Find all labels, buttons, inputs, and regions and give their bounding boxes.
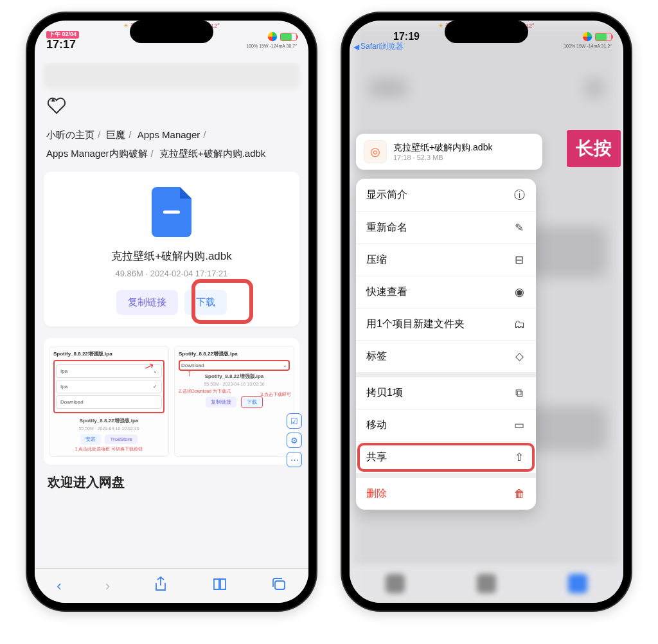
breadcrumb[interactable]: 小昕の主页/ 巨魔/ Apps Manager/ Apps Manager内购破…: [44, 126, 299, 172]
menu-delete[interactable]: 删除🗑: [356, 474, 536, 510]
share-icon: ⇧: [513, 451, 526, 464]
menu-share[interactable]: 共享⇧: [356, 442, 536, 474]
back-to-safari[interactable]: ◀ Safari浏览器: [353, 41, 404, 52]
eye-icon: ◉: [513, 285, 526, 299]
menu-copy[interactable]: 拷贝1项⧉: [356, 373, 536, 409]
archive-icon: ⊟: [513, 253, 526, 267]
menu-move[interactable]: 移动▭: [356, 409, 536, 442]
gear-icon[interactable]: ⚙: [287, 433, 302, 448]
file-name: 克拉壁纸+破解内购.adbk: [51, 249, 292, 264]
file-meta: 49.86M · 2024-02-04 17:17:21: [51, 269, 292, 278]
tutorial-card: Spotify_8.8.22增强版.ipa Ipa⌄ Ipa✓ Download…: [44, 338, 299, 465]
crumb-item[interactable]: 克拉壁纸+破解内购.adbk: [159, 148, 265, 159]
tag-icon: ◇: [513, 350, 526, 363]
file-chip[interactable]: ◎ 克拉壁纸+破解内购.adbk 17:18 · 52.3 MB: [356, 134, 542, 170]
screen-right: ☀ 秀屿区 阵雨15°最高温17最低温12° ◀ Safari浏览器 17:19…: [350, 21, 623, 603]
pencil-icon: ✎: [513, 221, 526, 235]
battery-icon: [595, 33, 612, 41]
clock: 17:19: [393, 31, 420, 42]
annotation-long-press: 长按: [567, 130, 621, 167]
file-icon: [152, 187, 191, 237]
info-icon: ⓘ: [513, 188, 526, 202]
tutorial-left: Spotify_8.8.22增强版.ipa Ipa⌄ Ipa✓ Download…: [49, 346, 169, 457]
folder-icon: ▭: [513, 418, 526, 432]
menu-rename[interactable]: 重新命名✎: [356, 212, 536, 244]
crumb-item[interactable]: Apps Manager内购破解: [46, 148, 148, 159]
menu-tags[interactable]: 标签◇: [356, 341, 536, 373]
copy-icon: ⧉: [513, 387, 526, 400]
menu-info[interactable]: 显示简介ⓘ: [356, 179, 536, 212]
power-info: 100% 15W -124mA 30.7°: [246, 44, 297, 48]
phone-mockup-right: ☀ 秀屿区 阵雨15°最高温17最低温12° ◀ Safari浏览器 17:19…: [342, 13, 631, 611]
menu-compress[interactable]: 压缩⊟: [356, 244, 536, 276]
share-icon[interactable]: [154, 577, 168, 596]
folder-plus-icon: 🗂: [513, 318, 526, 331]
menu-quicklook[interactable]: 快速查看◉: [356, 276, 536, 309]
copy-link-button[interactable]: 复制链接: [116, 290, 178, 315]
trash-icon: 🗑: [513, 488, 526, 501]
power-info: 100% 15W -14mA 31.2°: [564, 44, 612, 48]
clock: 17:17: [46, 39, 76, 51]
tabs-icon[interactable]: [271, 577, 287, 595]
pinwheel-icon: [267, 31, 278, 42]
bookmarks-icon[interactable]: [212, 577, 227, 595]
download-button[interactable]: 下载: [184, 290, 227, 315]
screen-left: ☀ 秀屿区 阵雨15°最高温17最低温12° 下午 02/04 17:17 10…: [35, 21, 308, 603]
dynamic-island: [445, 21, 528, 43]
file-chip-meta: 17:18 · 52.3 MB: [393, 154, 535, 161]
check-icon[interactable]: ☑: [287, 413, 302, 429]
pinwheel-icon: [582, 31, 593, 42]
file-card: 克拉壁纸+破解内购.adbk 49.86M · 2024-02-04 17:17…: [44, 172, 299, 326]
crumb-item[interactable]: 巨魔: [106, 129, 125, 140]
crumb-item[interactable]: 小昕の主页: [46, 129, 94, 140]
site-logo-icon: [46, 95, 299, 118]
back-icon[interactable]: ‹: [57, 578, 61, 595]
svg-rect-0: [275, 581, 285, 589]
files-tabbar-blurred: [350, 564, 623, 603]
phone-mockup-left: ☀ 秀屿区 阵雨15°最高温17最低温12° 下午 02/04 17:17 10…: [27, 13, 316, 611]
safari-toolbar: ‹ ›: [35, 568, 308, 603]
app-file-icon: ◎: [364, 140, 387, 163]
file-chip-name: 克拉壁纸+破解内购.adbk: [393, 142, 535, 154]
dynamic-island: [130, 21, 213, 43]
more-icon[interactable]: ⋯: [287, 452, 302, 467]
menu-new-folder[interactable]: 用1个项目新建文件夹🗂: [356, 309, 536, 341]
tutorial-right: Spotify_8.8.22增强版.ipa Download⌄ ↑ 3.点击下载…: [174, 346, 294, 457]
crumb-item[interactable]: Apps Manager: [138, 129, 200, 140]
forward-icon: ›: [105, 578, 110, 595]
section-heading: 欢迎进入网盘: [44, 465, 299, 491]
url-bar-blurred: [44, 63, 299, 89]
floating-actions[interactable]: ☑ ⚙ ⋯: [287, 413, 302, 467]
context-menu: 显示简介ⓘ 重新命名✎ 压缩⊟ 快速查看◉ 用1个项目新建文件夹🗂 标签◇: [356, 179, 536, 510]
battery-icon: [280, 33, 297, 41]
